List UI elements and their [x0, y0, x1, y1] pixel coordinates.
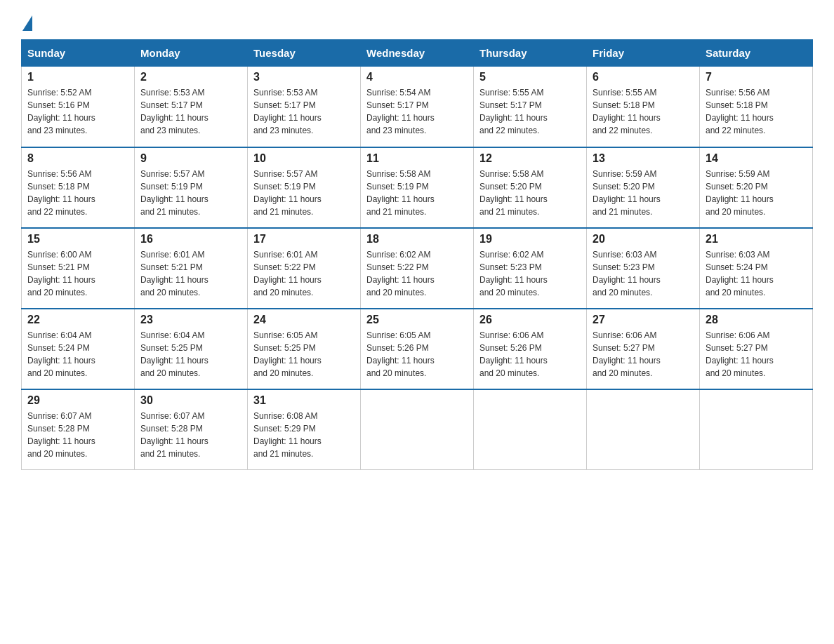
- day-info: Sunrise: 6:03 AM Sunset: 5:23 PM Dayligh…: [593, 248, 694, 299]
- calendar-cell: 26 Sunrise: 6:06 AM Sunset: 5:26 PM Dayl…: [474, 309, 587, 389]
- calendar-cell: 9 Sunrise: 5:57 AM Sunset: 5:19 PM Dayli…: [135, 147, 248, 228]
- day-info: Sunrise: 6:05 AM Sunset: 5:25 PM Dayligh…: [253, 329, 355, 380]
- day-number: 29: [27, 394, 128, 407]
- day-number: 19: [479, 233, 581, 246]
- calendar-cell: 2 Sunrise: 5:53 AM Sunset: 5:17 PM Dayli…: [135, 67, 248, 147]
- day-number: 11: [366, 152, 468, 165]
- calendar-cell: 7 Sunrise: 5:56 AM Sunset: 5:18 PM Dayli…: [700, 67, 813, 147]
- calendar-cell: 1 Sunrise: 5:52 AM Sunset: 5:16 PM Dayli…: [22, 67, 135, 147]
- calendar-cell: 21 Sunrise: 6:03 AM Sunset: 5:24 PM Dayl…: [700, 228, 813, 309]
- day-info: Sunrise: 5:59 AM Sunset: 5:20 PM Dayligh…: [706, 168, 807, 218]
- day-info: Sunrise: 5:58 AM Sunset: 5:19 PM Dayligh…: [366, 168, 468, 218]
- page-header: [21, 14, 813, 25]
- day-number: 18: [366, 233, 468, 246]
- calendar-cell: [474, 389, 587, 470]
- day-info: Sunrise: 5:52 AM Sunset: 5:16 PM Dayligh…: [27, 86, 128, 137]
- day-info: Sunrise: 5:56 AM Sunset: 5:18 PM Dayligh…: [27, 168, 128, 218]
- day-info: Sunrise: 5:57 AM Sunset: 5:19 PM Dayligh…: [253, 168, 355, 218]
- calendar-cell: 29 Sunrise: 6:07 AM Sunset: 5:28 PM Dayl…: [22, 389, 135, 470]
- calendar-cell: [361, 389, 474, 470]
- day-info: Sunrise: 6:02 AM Sunset: 5:23 PM Dayligh…: [479, 248, 581, 299]
- calendar-cell: 22 Sunrise: 6:04 AM Sunset: 5:24 PM Dayl…: [22, 309, 135, 389]
- calendar-cell: 12 Sunrise: 5:58 AM Sunset: 5:20 PM Dayl…: [474, 147, 587, 228]
- day-number: 3: [253, 71, 355, 83]
- calendar-cell: 18 Sunrise: 6:02 AM Sunset: 5:22 PM Dayl…: [361, 228, 474, 309]
- logo-triangle-icon: [22, 15, 32, 31]
- day-info: Sunrise: 5:53 AM Sunset: 5:17 PM Dayligh…: [253, 86, 355, 137]
- day-number: 16: [140, 233, 241, 246]
- calendar-cell: 6 Sunrise: 5:55 AM Sunset: 5:18 PM Dayli…: [587, 67, 700, 147]
- calendar-cell: 10 Sunrise: 5:57 AM Sunset: 5:19 PM Dayl…: [248, 147, 361, 228]
- day-info: Sunrise: 6:08 AM Sunset: 5:29 PM Dayligh…: [253, 410, 355, 460]
- day-number: 5: [479, 71, 581, 83]
- calendar-cell: 5 Sunrise: 5:55 AM Sunset: 5:17 PM Dayli…: [474, 67, 587, 147]
- day-number: 4: [366, 71, 468, 83]
- day-number: 30: [140, 394, 241, 407]
- day-number: 6: [593, 71, 694, 83]
- day-number: 7: [706, 71, 807, 83]
- calendar-table: SundayMondayTuesdayWednesdayThursdayFrid…: [21, 39, 813, 470]
- day-number: 10: [253, 152, 355, 165]
- calendar-cell: 4 Sunrise: 5:54 AM Sunset: 5:17 PM Dayli…: [361, 67, 474, 147]
- day-number: 24: [253, 314, 355, 326]
- calendar-cell: 16 Sunrise: 6:01 AM Sunset: 5:21 PM Dayl…: [135, 228, 248, 309]
- day-info: Sunrise: 6:01 AM Sunset: 5:21 PM Dayligh…: [140, 248, 241, 299]
- day-info: Sunrise: 6:04 AM Sunset: 5:25 PM Dayligh…: [140, 329, 241, 380]
- calendar-cell: 28 Sunrise: 6:06 AM Sunset: 5:27 PM Dayl…: [700, 309, 813, 389]
- day-info: Sunrise: 5:55 AM Sunset: 5:18 PM Dayligh…: [593, 86, 694, 137]
- header-saturday: Saturday: [700, 40, 813, 67]
- calendar-cell: 24 Sunrise: 6:05 AM Sunset: 5:25 PM Dayl…: [248, 309, 361, 389]
- calendar-cell: 19 Sunrise: 6:02 AM Sunset: 5:23 PM Dayl…: [474, 228, 587, 309]
- header-friday: Friday: [587, 40, 700, 67]
- day-info: Sunrise: 6:02 AM Sunset: 5:22 PM Dayligh…: [366, 248, 468, 299]
- week-row-3: 15 Sunrise: 6:00 AM Sunset: 5:21 PM Dayl…: [22, 228, 813, 309]
- day-info: Sunrise: 6:06 AM Sunset: 5:27 PM Dayligh…: [593, 329, 694, 380]
- calendar-cell: 8 Sunrise: 5:56 AM Sunset: 5:18 PM Dayli…: [22, 147, 135, 228]
- calendar-cell: [587, 389, 700, 470]
- day-info: Sunrise: 6:07 AM Sunset: 5:28 PM Dayligh…: [140, 410, 241, 460]
- calendar-cell: 13 Sunrise: 5:59 AM Sunset: 5:20 PM Dayl…: [587, 147, 700, 228]
- calendar-cell: 14 Sunrise: 5:59 AM Sunset: 5:20 PM Dayl…: [700, 147, 813, 228]
- day-info: Sunrise: 5:55 AM Sunset: 5:17 PM Dayligh…: [479, 86, 581, 137]
- day-info: Sunrise: 6:05 AM Sunset: 5:26 PM Dayligh…: [366, 329, 468, 380]
- day-number: 8: [27, 152, 128, 165]
- day-number: 14: [706, 152, 807, 165]
- day-info: Sunrise: 6:06 AM Sunset: 5:27 PM Dayligh…: [706, 329, 807, 380]
- week-row-1: 1 Sunrise: 5:52 AM Sunset: 5:16 PM Dayli…: [22, 67, 813, 147]
- day-info: Sunrise: 5:53 AM Sunset: 5:17 PM Dayligh…: [140, 86, 241, 137]
- day-info: Sunrise: 5:56 AM Sunset: 5:18 PM Dayligh…: [706, 86, 807, 137]
- calendar-cell: 20 Sunrise: 6:03 AM Sunset: 5:23 PM Dayl…: [587, 228, 700, 309]
- day-number: 12: [479, 152, 581, 165]
- day-info: Sunrise: 6:06 AM Sunset: 5:26 PM Dayligh…: [479, 329, 581, 380]
- day-info: Sunrise: 6:01 AM Sunset: 5:22 PM Dayligh…: [253, 248, 355, 299]
- day-info: Sunrise: 6:04 AM Sunset: 5:24 PM Dayligh…: [27, 329, 128, 380]
- week-row-5: 29 Sunrise: 6:07 AM Sunset: 5:28 PM Dayl…: [22, 389, 813, 470]
- day-info: Sunrise: 6:00 AM Sunset: 5:21 PM Dayligh…: [27, 248, 128, 299]
- week-row-4: 22 Sunrise: 6:04 AM Sunset: 5:24 PM Dayl…: [22, 309, 813, 389]
- header-thursday: Thursday: [474, 40, 587, 67]
- calendar-cell: 25 Sunrise: 6:05 AM Sunset: 5:26 PM Dayl…: [361, 309, 474, 389]
- day-info: Sunrise: 6:03 AM Sunset: 5:24 PM Dayligh…: [706, 248, 807, 299]
- calendar-cell: 17 Sunrise: 6:01 AM Sunset: 5:22 PM Dayl…: [248, 228, 361, 309]
- day-info: Sunrise: 5:57 AM Sunset: 5:19 PM Dayligh…: [140, 168, 241, 218]
- day-number: 21: [706, 233, 807, 246]
- day-number: 28: [706, 314, 807, 326]
- logo: [21, 14, 32, 25]
- day-info: Sunrise: 6:07 AM Sunset: 5:28 PM Dayligh…: [27, 410, 128, 460]
- day-number: 25: [366, 314, 468, 326]
- day-info: Sunrise: 5:58 AM Sunset: 5:20 PM Dayligh…: [479, 168, 581, 218]
- header-wednesday: Wednesday: [361, 40, 474, 67]
- calendar-cell: 11 Sunrise: 5:58 AM Sunset: 5:19 PM Dayl…: [361, 147, 474, 228]
- calendar-cell: 23 Sunrise: 6:04 AM Sunset: 5:25 PM Dayl…: [135, 309, 248, 389]
- calendar-cell: 3 Sunrise: 5:53 AM Sunset: 5:17 PM Dayli…: [248, 67, 361, 147]
- day-number: 1: [27, 71, 128, 83]
- day-number: 15: [27, 233, 128, 246]
- day-number: 27: [593, 314, 694, 326]
- day-number: 22: [27, 314, 128, 326]
- header-monday: Monday: [135, 40, 248, 67]
- header-tuesday: Tuesday: [248, 40, 361, 67]
- day-info: Sunrise: 5:54 AM Sunset: 5:17 PM Dayligh…: [366, 86, 468, 137]
- calendar-header-row: SundayMondayTuesdayWednesdayThursdayFrid…: [22, 40, 813, 67]
- calendar-cell: 30 Sunrise: 6:07 AM Sunset: 5:28 PM Dayl…: [135, 389, 248, 470]
- day-number: 20: [593, 233, 694, 246]
